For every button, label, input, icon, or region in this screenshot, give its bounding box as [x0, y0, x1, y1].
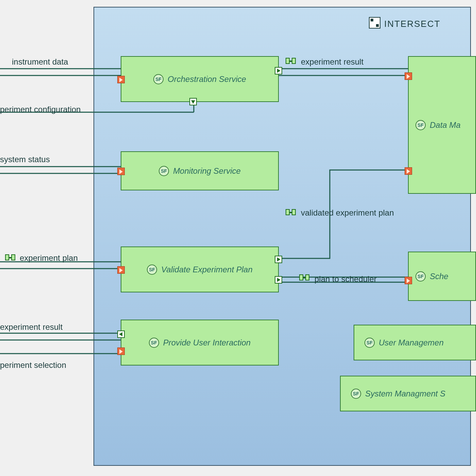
port-out-icon[interactable]	[275, 67, 282, 74]
service-user-management[interactable]: SF User Managemen	[354, 325, 476, 360]
flow-icon	[299, 274, 310, 281]
sf-icon: SF	[149, 338, 159, 348]
sf-icon: SF	[415, 271, 426, 282]
sf-icon: SF	[147, 265, 157, 275]
service-label: Data Ma	[430, 120, 461, 130]
service-monitoring[interactable]: SF Monitoring Service	[121, 151, 279, 190]
flow-icon	[286, 58, 296, 65]
sf-icon: SF	[364, 338, 375, 348]
service-label: Provide User Interaction	[163, 338, 251, 347]
service-validate[interactable]: SF Validate Experiment Plan	[121, 247, 279, 292]
service-data-management[interactable]: SF Data Ma	[408, 56, 476, 194]
flow-icon	[286, 209, 296, 216]
service-label: Orchestration Service	[168, 74, 246, 84]
ext-label-experiment-plan: experiment plan	[20, 253, 78, 263]
ext-label-instrument-data: instrument data	[12, 57, 68, 67]
port-in-icon[interactable]	[117, 168, 125, 175]
ext-label-experiment-result: experiment result	[0, 322, 63, 332]
ext-label-system-status: system status	[0, 155, 50, 164]
sf-icon: SF	[159, 166, 169, 176]
port-bottom-icon[interactable]	[189, 98, 197, 105]
port-in-icon[interactable]	[405, 72, 412, 80]
service-orchestration[interactable]: SF Orchestration Service	[121, 56, 279, 102]
port-in-icon[interactable]	[405, 167, 412, 175]
component-icon	[369, 17, 380, 29]
conn-label-plan-to-scheduler: plan to scheduler	[314, 274, 377, 284]
service-system-management[interactable]: SF System Managment S	[340, 376, 476, 411]
conn-label-experiment-result: experiment result	[301, 57, 363, 67]
port-out-icon[interactable]	[275, 276, 282, 284]
port-in-icon[interactable]	[117, 266, 125, 274]
sf-icon: SF	[415, 120, 426, 130]
port-in-green-icon[interactable]	[117, 330, 125, 338]
service-label: Monitoring Service	[173, 166, 241, 176]
port-in-icon[interactable]	[117, 347, 125, 355]
conn-label-validated-plan: validated experiment plan	[301, 208, 394, 218]
service-label: Validate Experiment Plan	[161, 265, 253, 274]
service-label: System Managment S	[365, 389, 445, 398]
port-in-icon[interactable]	[117, 76, 125, 83]
ext-label-periment-configuration: periment configuration	[0, 105, 81, 114]
service-provide-ui[interactable]: SF Provide User Interaction	[121, 320, 279, 366]
sf-icon: SF	[351, 389, 361, 399]
port-out-icon[interactable]	[275, 256, 282, 263]
sf-icon: SF	[153, 74, 164, 84]
flow-icon	[5, 254, 16, 261]
service-label: User Managemen	[379, 338, 444, 347]
ext-label-periment-selection: periment selection	[0, 360, 66, 370]
service-scheduler[interactable]: SF Sche	[408, 252, 476, 301]
port-in-icon[interactable]	[405, 277, 412, 284]
diagram-canvas: INTERSECT instrument data periment confi…	[0, 0, 476, 476]
container-title: INTERSECT	[384, 19, 440, 29]
service-label: Sche	[430, 272, 448, 281]
